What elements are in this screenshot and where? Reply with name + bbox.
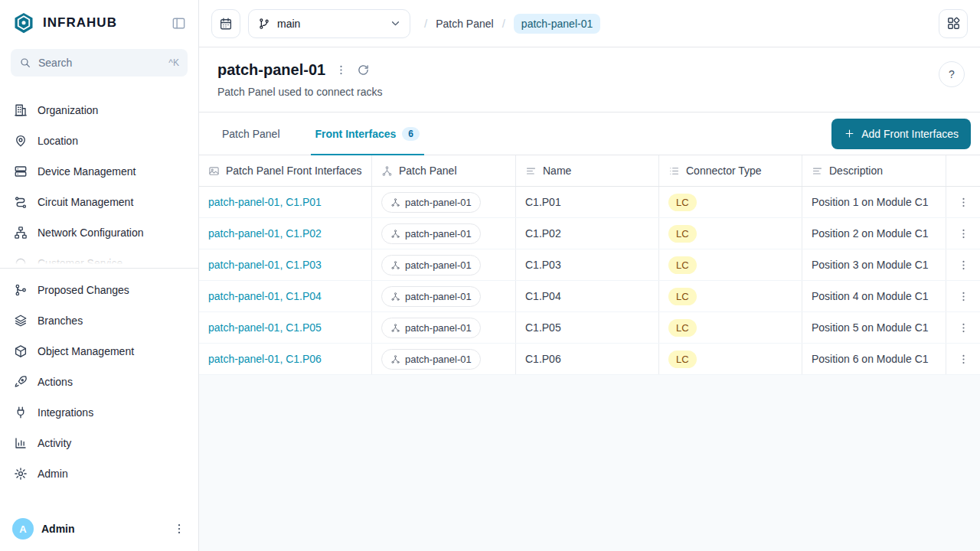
- interface-description: Position 5 on Module C1: [812, 321, 929, 334]
- row-actions-button[interactable]: [957, 259, 970, 272]
- sidebar-item-location[interactable]: Location: [0, 126, 198, 156]
- sidebar-item-device-management[interactable]: Device Management: [0, 156, 198, 187]
- table-row: patch-panel-01, C1.P06 patch-panel-01 C1…: [199, 344, 980, 375]
- patch-panel-pill[interactable]: patch-panel-01: [381, 318, 481, 338]
- refresh-button[interactable]: [357, 64, 370, 77]
- page-title-row: patch-panel-01: [217, 61, 383, 79]
- sidebar-item-label: Circuit Management: [38, 196, 133, 208]
- sidebar-item-circuit-management[interactable]: Circuit Management: [0, 187, 198, 217]
- add-front-interfaces-button[interactable]: Add Front Interfaces: [831, 119, 971, 149]
- sidebar-item-branches[interactable]: Branches: [0, 305, 198, 336]
- building-icon: [14, 103, 28, 117]
- front-interfaces-table: Patch Panel Front Interfaces Patch Panel…: [199, 155, 980, 375]
- sidebar-collapse-button[interactable]: [172, 16, 186, 31]
- tabs-bar: Patch Panel Front Interfaces 6 Add Front…: [199, 112, 980, 155]
- cube-icon: [14, 344, 28, 358]
- page-description: Patch Panel used to connect racks: [217, 86, 383, 98]
- kebab-icon: [957, 227, 970, 240]
- user-account-row[interactable]: A Admin: [0, 507, 198, 551]
- plug-icon: [14, 406, 28, 419]
- sidebar-item-integrations[interactable]: Integrations: [0, 397, 198, 428]
- sidebar-item-activity[interactable]: Activity: [0, 428, 198, 458]
- branch-selected-value: main: [277, 18, 300, 30]
- column-header-label: Patch Panel: [399, 165, 457, 177]
- sidebar-item-proposed-changes[interactable]: Proposed Changes: [0, 275, 198, 305]
- help-button[interactable]: ?: [939, 61, 965, 87]
- user-menu-button[interactable]: [172, 522, 186, 536]
- branch-selector[interactable]: main: [248, 9, 410, 38]
- tab-patch-panel[interactable]: Patch Panel: [217, 112, 285, 155]
- sidebar-item-admin[interactable]: Admin: [0, 458, 198, 489]
- interface-name: C1.P01: [525, 196, 561, 208]
- table-body: patch-panel-01, C1.P01 patch-panel-01 C1…: [199, 187, 980, 375]
- interface-link[interactable]: patch-panel-01, C1.P03: [208, 259, 322, 271]
- sidebar-header: INFRAHUB: [0, 0, 198, 46]
- tab-front-interfaces[interactable]: Front Interfaces 6: [311, 112, 425, 155]
- layers-icon: [14, 314, 28, 328]
- search-input[interactable]: Search ^K: [11, 49, 188, 77]
- breadcrumb-current[interactable]: patch-panel-01: [514, 14, 600, 34]
- interface-link[interactable]: patch-panel-01, C1.P05: [208, 321, 322, 334]
- refresh-icon: [357, 64, 370, 77]
- tab-count-badge: 6: [402, 127, 420, 141]
- brand-name: INFRAHUB: [43, 15, 117, 31]
- patch-panel-pill[interactable]: patch-panel-01: [381, 223, 481, 244]
- row-actions-button[interactable]: [957, 353, 970, 366]
- patch-panel-pill[interactable]: patch-panel-01: [381, 349, 481, 370]
- main-content: main / Patch Panel / patch-panel-01 patc…: [199, 0, 980, 551]
- map-pin-icon: [14, 134, 28, 148]
- table-row: patch-panel-01, C1.P01 patch-panel-01 C1…: [199, 187, 980, 218]
- patch-panel-pill[interactable]: patch-panel-01: [381, 286, 481, 307]
- sidebar-item-network-configuration[interactable]: Network Configuration: [0, 217, 198, 248]
- connector-type-badge: LC: [668, 288, 697, 305]
- row-actions-button[interactable]: [957, 290, 970, 303]
- interface-name: C1.P04: [525, 290, 561, 302]
- breadcrumb: / Patch Panel / patch-panel-01: [424, 14, 600, 34]
- time-travel-button[interactable]: [211, 9, 240, 38]
- interface-link[interactable]: patch-panel-01, C1.P02: [208, 227, 322, 240]
- sidebar-item-label: Object Management: [38, 345, 134, 357]
- relationship-icon: [390, 260, 400, 270]
- row-actions-button[interactable]: [957, 227, 970, 240]
- connector-type-badge: LC: [668, 319, 697, 337]
- sidebar-item-label: Organization: [38, 104, 98, 116]
- interface-name: C1.P02: [525, 227, 561, 240]
- interface-link[interactable]: patch-panel-01, C1.P01: [208, 196, 322, 208]
- page-header: patch-panel-01 Patch Panel used to conne…: [199, 47, 980, 112]
- sidebar-item-actions[interactable]: Actions: [0, 367, 198, 397]
- breadcrumb-separator: /: [424, 17, 427, 30]
- sidebar-item-label: Location: [38, 135, 78, 147]
- interface-name: C1.P03: [525, 259, 561, 271]
- question-mark-icon: ?: [949, 68, 955, 80]
- sidebar-secondary-nav: Proposed Changes Branches Object Managem…: [0, 269, 198, 489]
- column-header-description: Description: [802, 155, 946, 186]
- add-button-label: Add Front Interfaces: [861, 128, 959, 140]
- sidebar-item-object-management[interactable]: Object Management: [0, 336, 198, 367]
- table-row: patch-panel-01, C1.P02 patch-panel-01 C1…: [199, 218, 980, 249]
- infrahub-logo-icon: [12, 11, 35, 34]
- search-placeholder: Search: [38, 57, 72, 69]
- column-header-patch-panel: Patch Panel: [372, 155, 516, 186]
- patch-panel-pill[interactable]: patch-panel-01: [381, 192, 481, 213]
- kebab-icon: [957, 321, 970, 334]
- search-shortcut: ^K: [168, 57, 179, 68]
- table-row: patch-panel-01, C1.P03 patch-panel-01 C1…: [199, 249, 980, 281]
- patch-panel-pill-label: patch-panel-01: [405, 259, 472, 271]
- panel-collapse-icon: [172, 16, 186, 31]
- sidebar-item-customer-service[interactable]: Customer Service: [0, 248, 198, 268]
- sidebar-item-label: Branches: [38, 315, 83, 327]
- row-actions-button[interactable]: [957, 196, 970, 209]
- row-actions-button[interactable]: [957, 321, 970, 334]
- interface-link[interactable]: patch-panel-01, C1.P06: [208, 353, 322, 365]
- breadcrumb-parent[interactable]: Patch Panel: [436, 18, 494, 30]
- rocket-icon: [14, 375, 28, 389]
- relationship-icon: [390, 354, 400, 364]
- sidebar-item-organization[interactable]: Organization: [0, 95, 198, 126]
- apps-menu-button[interactable]: [939, 9, 968, 38]
- text-icon: [812, 165, 823, 177]
- server-icon: [14, 165, 28, 178]
- interface-link[interactable]: patch-panel-01, C1.P04: [208, 290, 322, 302]
- patch-panel-pill[interactable]: patch-panel-01: [381, 255, 481, 276]
- object-actions-button[interactable]: [335, 64, 348, 77]
- column-header-label: Description: [829, 165, 883, 177]
